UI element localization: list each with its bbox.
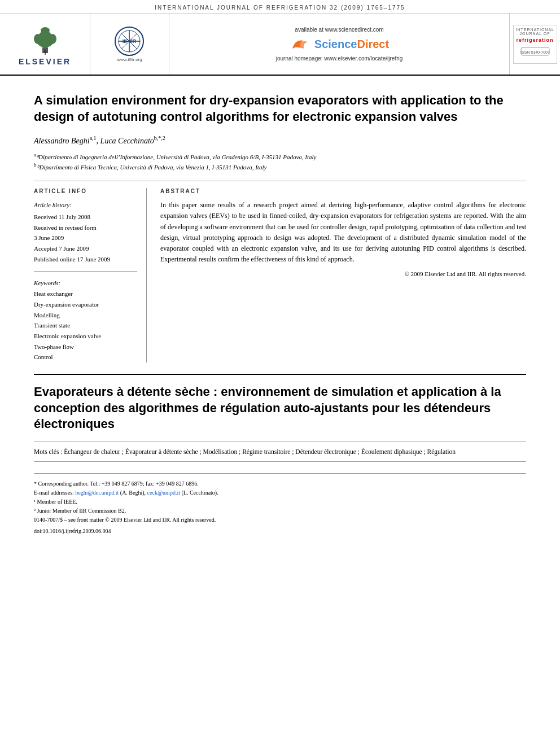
elsevier-brand-text: ELSEVIER [19,57,71,66]
journal-badge-area: international journal of refrigeration I… [509,14,560,75]
license-line: 0140-7007/$ – see front matter © 2009 El… [34,516,526,525]
email-beghi-link[interactable]: beghi@dei.unipd.it [75,490,119,496]
author-beghi: Alessandro Beghia,1 [34,137,97,145]
doi-line: doi:10.1016/j.ijrefrig.2009.06.004 [34,527,526,536]
affiliations: aᵃDipartimento di Ingegneria dell’Inform… [34,151,526,172]
article-title: A simulation environment for dry-expansi… [34,93,526,125]
divider-history-keywords [34,271,137,272]
abstract-label: ABSTRACT [160,188,526,194]
note2: ² Junior Member of IIR Commission B2. [34,506,526,516]
main-content: A simulation environment for dry-expansi… [0,76,560,547]
footnotes-section: * Corresponding author. Tel.: +39 049 82… [34,473,526,536]
french-title: Evaporateurs à détente sèche : environne… [34,384,526,433]
sciencedirect-icon [290,36,312,52]
iifiir-emblem-icon: IIF·IIR [114,26,145,57]
author-cecchinato: Luca Cecchinatob,*,2 [100,137,165,145]
two-col-layout: ARTICLE INFO Article history: Received 1… [34,188,526,362]
copyright-line: © 2009 Elsevier Ltd and IIR. All rights … [160,270,526,277]
revised-date: 3 June 2009 [34,234,64,241]
banner-row: ELSEVIER IIF·IIR www.iifiir.org availabl… [0,14,560,76]
svg-text:ISSN 0140-7007: ISSN 0140-7007 [520,50,550,54]
elsevier-logo-box: ELSEVIER [19,22,71,66]
divider-after-affiliations [34,181,526,181]
history-label: Article history: [34,200,137,211]
authors-line: Alessandro Beghia,1, Luca Cecchinatob,*,… [34,135,526,146]
iifiir-logo-area: IIF·IIR www.iifiir.org [90,14,169,75]
revised-label: Received in revised form [34,224,97,231]
sciencedirect-logo: ScienceDirect [290,36,389,52]
received-date: Received 11 July 2008 [34,213,90,220]
journal-header-bar: INTERNATIONAL JOURNAL OF REFRIGERATION 3… [0,0,560,14]
article-info-column: ARTICLE INFO Article history: Received 1… [34,188,147,362]
email-line: E-mail addresses: beghi@dei.unipd.it (A.… [34,488,526,497]
iifiir-url-text: www.iifiir.org [117,57,142,62]
article-history: Article history: Received 11 July 2008 R… [34,200,137,264]
badge-icon: ISSN 0140-7007 [518,43,552,60]
keyword-modelling: Modelling [34,310,137,321]
affiliation-b: bᵇDipartimento di Fisica Tecnica, Univer… [34,161,526,172]
elsevier-tree-icon [25,22,65,56]
badge-title-text: refrigeration [516,37,554,43]
sciencedirect-text: ScienceDirect [314,38,389,51]
mots-cles: Mots clés : Échangeur de chaleur ; Évapo… [34,442,526,462]
svg-point-6 [44,50,46,53]
corresponding-note: * Corresponding author. Tel.: +39 049 82… [34,479,526,488]
accepted-date: Accepted 7 June 2009 [34,245,89,252]
keyword-electronic: Electronic expansion valve [34,331,137,342]
keyword-dry-expansion: Dry-expansion evaporator [34,299,137,310]
keywords-label: Keywords: [34,279,137,286]
keywords-section: Keywords: Heat exchanger Dry-expansion e… [34,279,137,362]
keyword-two-phase: Two-phase flow [34,342,137,352]
published-date: Published online 17 June 2009 [34,256,110,263]
affiliation-a: aᵃDipartimento di Ingegneria dell’Inform… [34,151,526,161]
abstract-column: ABSTRACT In this paper some results of a… [160,188,526,362]
journal-homepage-text: journal homepage: www.elsevier.com/locat… [276,55,403,62]
abstract-text: In this paper some results of a research… [160,200,526,265]
elsevier-logo-area: ELSEVIER [0,14,90,75]
keyword-heat-exchanger: Heat exchanger [34,289,137,299]
svg-point-5 [49,34,56,44]
svg-text:IIF·IIR: IIF·IIR [123,38,137,44]
keyword-control: Control [34,352,137,362]
journal-header-text: INTERNATIONAL JOURNAL OF REFRIGERATION 3… [155,5,405,11]
french-section: Evaporateurs à détente sèche : environne… [34,374,526,462]
svg-point-3 [41,27,50,34]
available-at-text: available at www.sciencedirect.com [295,27,383,33]
page-wrapper: INTERNATIONAL JOURNAL OF REFRIGERATION 3… [0,0,560,747]
banner-center: available at www.sciencedirect.com Scien… [169,14,509,75]
keyword-transient: Transient state [34,320,137,331]
note1: ¹ Member of IEEE. [34,497,526,506]
svg-point-4 [34,34,42,44]
email-ceck-link[interactable]: ceck@unipd.it [147,490,180,496]
refrigeration-badge: international journal of refrigeration I… [513,25,557,64]
article-info-label: ARTICLE INFO [34,188,137,194]
